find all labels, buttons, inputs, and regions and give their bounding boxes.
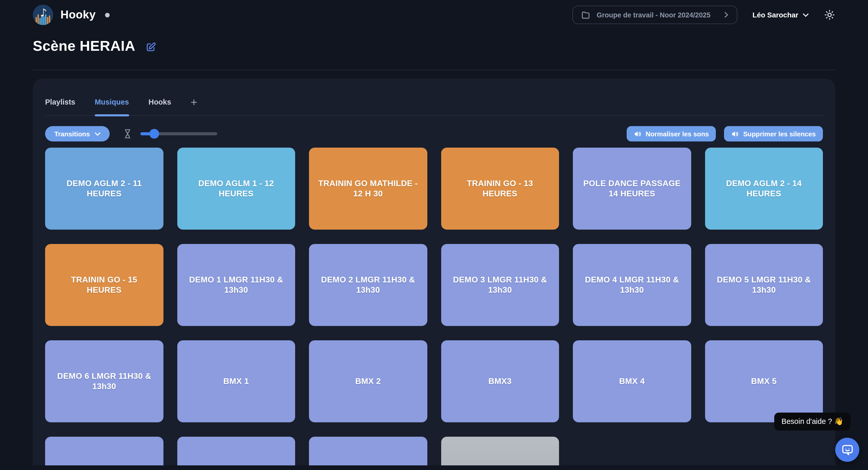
- chevron-down-icon: [803, 13, 809, 17]
- tab-musiques[interactable]: Musiques: [95, 98, 129, 115]
- status-dot: [105, 12, 110, 17]
- normalize-sounds-button[interactable]: Normaliser les sons: [627, 126, 716, 142]
- music-card[interactable]: TRAININ GO - 15 HEURES: [45, 244, 163, 326]
- speaker-icon: [634, 130, 642, 138]
- theme-toggle-button[interactable]: [824, 9, 835, 21]
- folder-icon: [581, 10, 591, 20]
- card-label: DEMO 1 LMGR 11H30 & 13h30: [186, 275, 286, 295]
- music-card[interactable]: [45, 437, 163, 465]
- add-tab-button[interactable]: +: [191, 97, 197, 115]
- tabs: PlaylistsMusiquesHooks+: [45, 79, 823, 116]
- chevron-down-icon: [95, 132, 101, 136]
- card-label: BMX 1: [223, 376, 249, 386]
- card-label: POLE DANCE PASSAGE 14 HEURES: [582, 178, 682, 199]
- remove-silences-button[interactable]: Supprimer les silences: [724, 126, 823, 142]
- edit-icon: [146, 41, 156, 52]
- page-divider: [33, 70, 835, 70]
- cards-grid: DEMO AGLM 2 - 11 HEURESDEMO AGLM 1 - 12 …: [45, 148, 823, 465]
- card-label: TRAININ GO - 15 HEURES: [54, 275, 154, 295]
- music-card[interactable]: BMX 1: [177, 340, 295, 422]
- music-card[interactable]: DEMO AGLM 2 - 11 HEURES: [45, 148, 163, 230]
- tab-hooks[interactable]: Hooks: [148, 98, 171, 115]
- music-card[interactable]: BMX 2: [309, 340, 427, 422]
- workspace-switcher-button[interactable]: Groupe de travail - Noor 2024/2025: [572, 6, 737, 24]
- music-card[interactable]: DEMO 1 LMGR 11H30 & 13h30: [177, 244, 295, 326]
- page-title: Scène HERAIA: [33, 38, 135, 54]
- card-label: BMX 2: [355, 376, 381, 386]
- scene-panel: PlaylistsMusiquesHooks+ Transitions: [33, 79, 835, 465]
- card-label: DEMO 6 LMGR 11H30 & 13h30: [54, 371, 154, 391]
- music-card[interactable]: TRAININ GO - 13 HEURES: [441, 148, 559, 230]
- music-card[interactable]: [309, 437, 427, 465]
- user-name: Léo Sarochar: [752, 11, 798, 19]
- card-label: DEMO AGLM 2 - 11 HEURES: [54, 178, 154, 199]
- app-root: ♪ Hooky Groupe de travail - Noor 2024/20…: [0, 0, 868, 470]
- topbar-right: Groupe de travail - Noor 2024/2025 Léo S…: [572, 6, 835, 24]
- title-row: Scène HERAIA: [0, 38, 868, 54]
- music-card[interactable]: DEMO 3 LMGR 11H30 & 13h30: [441, 244, 559, 326]
- music-card[interactable]: DEMO 2 LMGR 11H30 & 13h30: [309, 244, 427, 326]
- brand: ♪ Hooky: [33, 5, 110, 25]
- card-label: DEMO 2 LMGR 11H30 & 13h30: [318, 275, 418, 295]
- music-card[interactable]: DEMO 5 LMGR 11H30 & 13h30: [705, 244, 823, 326]
- normalize-label: Normaliser les sons: [646, 130, 709, 138]
- topbar: ♪ Hooky Groupe de travail - Noor 2024/20…: [0, 0, 868, 30]
- transitions-label: Transitions: [54, 130, 90, 138]
- chevron-right-icon: [724, 12, 728, 18]
- hourglass-icon: [123, 129, 132, 139]
- chat-smiley-icon: [841, 443, 854, 457]
- svg-text:♪: ♪: [40, 6, 47, 19]
- transition-duration-slider[interactable]: [141, 132, 218, 135]
- card-label: BMX 5: [751, 376, 777, 386]
- help-tooltip: Besoin d'aide ? 👋: [774, 413, 850, 431]
- user-menu[interactable]: Léo Sarochar: [752, 11, 809, 19]
- slider-thumb[interactable]: [150, 129, 159, 139]
- music-card[interactable]: [441, 437, 559, 465]
- music-card[interactable]: DEMO 4 LMGR 11H30 & 13h30: [573, 244, 691, 326]
- controls-row: Transitions: [45, 126, 823, 142]
- workspace-label: Groupe de travail - Noor 2024/2025: [597, 11, 710, 19]
- music-card[interactable]: POLE DANCE PASSAGE 14 HEURES: [573, 148, 691, 230]
- music-card[interactable]: DEMO AGLM 2 - 14 HEURES: [705, 148, 823, 230]
- tab-playlists[interactable]: Playlists: [45, 98, 75, 115]
- card-label: DEMO AGLM 1 - 12 HEURES: [186, 178, 286, 199]
- card-label: DEMO AGLM 2 - 14 HEURES: [714, 178, 814, 199]
- music-card[interactable]: BMX 4: [573, 340, 691, 422]
- chat-widget-button[interactable]: [835, 438, 859, 462]
- music-card[interactable]: [177, 437, 295, 465]
- music-card[interactable]: TRAININ GO MATHILDE - 12 H 30: [309, 148, 427, 230]
- edit-title-button[interactable]: [146, 41, 156, 52]
- music-card[interactable]: BMX3: [441, 340, 559, 422]
- card-label: BMX 4: [619, 376, 645, 386]
- card-label: DEMO 4 LMGR 11H30 & 13h30: [582, 275, 682, 295]
- music-card[interactable]: DEMO 6 LMGR 11H30 & 13h30: [45, 340, 163, 422]
- card-label: TRAININ GO MATHILDE - 12 H 30: [318, 178, 418, 199]
- music-card[interactable]: BMX 5: [705, 340, 823, 422]
- transitions-dropdown-button[interactable]: Transitions: [45, 126, 110, 142]
- card-label: TRAININ GO - 13 HEURES: [450, 178, 550, 199]
- silence-label: Supprimer les silences: [743, 130, 816, 138]
- sun-icon: [824, 9, 835, 21]
- speaker-icon: [732, 130, 739, 138]
- actions: Normaliser les sons Supprimer les silenc…: [627, 126, 823, 142]
- hooky-logo-icon: ♪: [33, 5, 53, 25]
- card-label: DEMO 5 LMGR 11H30 & 13h30: [714, 275, 814, 295]
- card-label: BMX3: [488, 376, 512, 386]
- app-name: Hooky: [60, 8, 96, 22]
- music-card[interactable]: DEMO AGLM 1 - 12 HEURES: [177, 148, 295, 230]
- card-label: DEMO 3 LMGR 11H30 & 13h30: [450, 275, 550, 295]
